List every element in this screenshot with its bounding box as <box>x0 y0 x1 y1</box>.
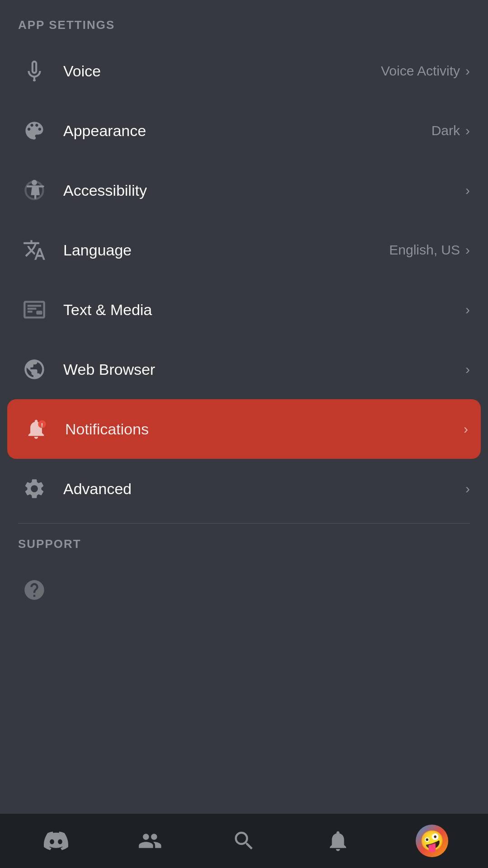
svg-rect-3 <box>36 311 42 315</box>
appearance-value: Dark <box>432 123 460 138</box>
support-partial-item[interactable] <box>0 560 488 620</box>
settings-item-language[interactable]: Language English, US › <box>0 220 488 280</box>
app-settings-header: APP SETTINGS <box>0 18 488 41</box>
settings-item-advanced[interactable]: Advanced › <box>0 459 488 519</box>
svg-text:!: ! <box>41 422 43 429</box>
accessibility-icon <box>18 174 51 207</box>
nav-discord-home[interactable] <box>33 823 79 859</box>
textmedia-chevron: › <box>465 302 470 317</box>
language-value: English, US <box>389 242 460 258</box>
nav-notifications[interactable] <box>315 823 361 859</box>
support-section: SUPPORT <box>0 528 488 620</box>
voice-value: Voice Activity <box>381 63 460 79</box>
language-label: Language <box>63 241 389 259</box>
nav-search[interactable] <box>221 823 267 859</box>
section-divider <box>18 523 470 524</box>
advanced-chevron: › <box>465 481 470 496</box>
advanced-icon <box>18 472 51 505</box>
voice-icon <box>18 55 51 87</box>
settings-item-accessibility[interactable]: Accessibility › <box>0 160 488 220</box>
language-icon <box>18 234 51 266</box>
accessibility-label: Accessibility <box>63 182 460 199</box>
language-chevron: › <box>465 242 470 258</box>
voice-chevron: › <box>465 63 470 79</box>
nav-profile[interactable] <box>409 823 455 859</box>
settings-list: APP SETTINGS Voice Voice Activity › Appe… <box>0 0 488 814</box>
webbrowser-label: Web Browser <box>63 361 460 378</box>
settings-item-appearance[interactable]: Appearance Dark › <box>0 101 488 160</box>
appearance-chevron: › <box>465 123 470 138</box>
notifications-icon: ! <box>20 413 52 445</box>
settings-item-textmedia[interactable]: Text & Media › <box>0 280 488 340</box>
support-header: SUPPORT <box>0 537 488 560</box>
advanced-label: Advanced <box>63 480 460 498</box>
appearance-label: Appearance <box>63 122 432 140</box>
support-icon <box>18 574 51 606</box>
notifications-chevron: › <box>464 421 468 437</box>
textmedia-icon <box>18 293 51 326</box>
settings-item-webbrowser[interactable]: Web Browser › <box>0 340 488 399</box>
bottom-navigation <box>0 814 488 868</box>
svg-rect-0 <box>33 80 36 81</box>
accessibility-chevron: › <box>465 183 470 198</box>
webbrowser-chevron: › <box>465 362 470 377</box>
profile-avatar <box>416 825 448 857</box>
voice-label: Voice <box>63 62 381 80</box>
notifications-label: Notifications <box>65 420 458 438</box>
settings-item-voice[interactable]: Voice Voice Activity › <box>0 41 488 101</box>
textmedia-label: Text & Media <box>63 301 460 319</box>
appearance-icon <box>18 114 51 147</box>
webbrowser-icon <box>18 353 51 386</box>
nav-friends[interactable] <box>127 823 173 859</box>
settings-item-notifications[interactable]: ! Notifications › <box>7 399 481 459</box>
